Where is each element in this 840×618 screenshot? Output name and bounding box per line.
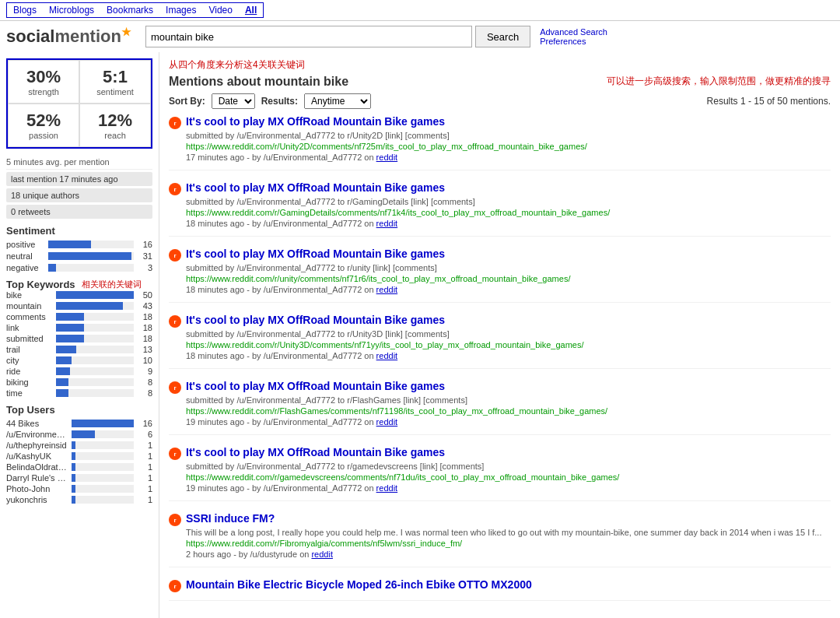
result-url[interactable]: https://www.reddit.com/r/FlashGames/comm… — [186, 406, 831, 416]
keyword-count: 18 — [137, 334, 152, 343]
result-time: 19 minutes ago - by /u/Environmental_Ad7… — [186, 483, 831, 493]
sentiment-positive-bar — [48, 241, 91, 248]
keyword-label: link — [6, 323, 53, 332]
nav-microblogs[interactable]: Microblogs — [43, 3, 100, 17]
keyword-bar — [56, 356, 72, 364]
keyword-count: 13 — [137, 345, 152, 354]
user-bar-bg — [72, 485, 134, 493]
result-title-link[interactable]: It's cool to play MX OffRoad Mountain Bi… — [186, 446, 445, 458]
keyword-bar — [56, 378, 68, 386]
sentiment-negative-bar-bg — [48, 264, 134, 272]
keyword-bar-bg — [56, 335, 134, 342]
result-source-link[interactable]: reddit — [376, 483, 398, 493]
result-source-link[interactable]: reddit — [311, 550, 333, 559]
result-source-link[interactable]: reddit — [376, 219, 398, 228]
stat-sentiment-label: sentiment — [83, 87, 147, 97]
keyword-bar-bg — [56, 389, 134, 397]
user-count: 16 — [137, 419, 152, 428]
top-keywords-title: Top Keywords — [6, 279, 75, 290]
hint-text-2: 可以进一步高级搜索，输入限制范围，做更精准的搜寻 — [607, 75, 831, 88]
result-source-link[interactable]: reddit — [376, 153, 398, 162]
result-meta: submitted by /u/Environmental_Ad7772 to … — [186, 263, 831, 272]
result-title-link[interactable]: Mountain Bike Electric Bicycle Moped 26-… — [186, 578, 532, 591]
search-button[interactable]: Search — [475, 26, 530, 47]
search-input[interactable] — [145, 26, 472, 47]
nav-all[interactable]: All — [239, 3, 263, 17]
keyword-label: mountain — [6, 301, 53, 311]
keyword-label: time — [6, 388, 53, 398]
stat-strength-label: strength — [12, 87, 75, 97]
user-row: /u/thephyreinsid 1 — [6, 441, 152, 450]
keyword-bar-bg — [56, 356, 134, 364]
main-layout: 30% strength 5:1 sentiment 52% passion 1… — [0, 52, 840, 618]
user-bar — [72, 441, 75, 449]
nav-blogs[interactable]: Blogs — [7, 3, 43, 17]
stat-passion: 52% passion — [8, 104, 79, 147]
user-label: BelindaOldratPh — [6, 462, 68, 472]
result-header: r It's cool to play MX OffRoad Mountain … — [169, 115, 831, 129]
result-item: r It's cool to play MX OffRoad Mountain … — [169, 314, 831, 369]
keyword-count: 10 — [137, 356, 152, 365]
user-row: Photo-John 1 — [6, 484, 152, 493]
top-keywords-hint: 相关联的关键词 — [82, 279, 142, 290]
advanced-search-link[interactable]: Advanced Search — [540, 27, 607, 37]
result-url[interactable]: https://www.reddit.com/r/Fibromyalgia/co… — [186, 539, 831, 548]
sentiment-negative-bar — [48, 264, 56, 272]
stat-reach: 12% reach — [79, 104, 151, 147]
result-title-link[interactable]: It's cool to play MX OffRoad Mountain Bi… — [186, 380, 445, 392]
result-item: r SSRI induce FM? This will be a long po… — [169, 512, 831, 567]
keyword-bar-bg — [56, 291, 134, 299]
result-url[interactable]: https://www.reddit.com/r/unity/comments/… — [186, 274, 831, 283]
nav-bookmarks[interactable]: Bookmarks — [100, 3, 159, 17]
content-area: 从四个角度来分析这4关联关键词 Mentions about mountain … — [159, 52, 840, 618]
result-item: r It's cool to play MX OffRoad Mountain … — [169, 248, 831, 303]
logo-mention: mention — [54, 27, 121, 47]
user-bar — [72, 474, 75, 482]
results-count: Results 1 - 15 of 50 mentions. — [707, 96, 831, 107]
results-label: Results: — [261, 96, 298, 107]
result-title-link[interactable]: It's cool to play MX OffRoad Mountain Bi… — [186, 181, 445, 194]
result-url[interactable]: https://www.reddit.com/r/Unity3D/comment… — [186, 340, 831, 349]
result-source-icon: r — [169, 117, 181, 129]
result-item: r It's cool to play MX OffRoad Mountain … — [169, 380, 831, 435]
sentiment-neutral-row: neutral 31 — [6, 251, 152, 261]
header: socialmention★ Search Advanced Search Pr… — [0, 21, 840, 52]
keyword-count: 43 — [137, 301, 152, 311]
sentiment-positive-label: positive — [6, 240, 45, 249]
preferences-link[interactable]: Preferences — [540, 37, 607, 46]
result-source-link[interactable]: reddit — [376, 351, 398, 360]
content-title: Mentions about mountain bike — [169, 75, 348, 89]
result-meta: submitted by /u/Environmental_Ad7772 to … — [186, 462, 831, 471]
sort-by-select[interactable]: Date Top — [212, 93, 255, 109]
keyword-bar-bg — [56, 302, 134, 310]
result-url[interactable]: https://www.reddit.com/r/Unity2D/comment… — [186, 142, 831, 151]
keyword-bar — [56, 324, 84, 332]
result-url[interactable]: https://www.reddit.com/r/GamingDetails/c… — [186, 208, 831, 217]
user-label: /u/Environmental — [6, 430, 68, 439]
result-source-link[interactable]: reddit — [376, 285, 398, 294]
result-header: r It's cool to play MX OffRoad Mountain … — [169, 446, 831, 460]
result-item: r It's cool to play MX OffRoad Mountain … — [169, 446, 831, 501]
keyword-label: bike — [6, 290, 53, 300]
result-title-link[interactable]: It's cool to play MX OffRoad Mountain Bi… — [186, 314, 445, 326]
keywords-list: bike 50 mountain 43 comments 18 link 18 … — [6, 290, 152, 398]
sentiment-negative-row: negative 3 — [6, 263, 152, 272]
result-time: 18 minutes ago - by /u/Environmental_Ad7… — [186, 351, 831, 360]
keyword-bar-bg — [56, 346, 134, 353]
keyword-bar-bg — [56, 367, 134, 375]
keyword-label: submitted — [6, 334, 53, 343]
user-label: 44 Bikes — [6, 419, 68, 428]
result-title-link[interactable]: SSRI induce FM? — [186, 512, 275, 525]
results-select[interactable]: Anytime Past hour Past day Past week — [304, 93, 371, 109]
logo-star: ★ — [121, 26, 131, 38]
nav-video[interactable]: Video — [202, 3, 238, 17]
user-count: 6 — [137, 430, 152, 439]
user-bar-bg — [72, 441, 134, 449]
nav-images[interactable]: Images — [159, 3, 202, 17]
result-url[interactable]: https://www.reddit.com/r/gamedevscreens/… — [186, 472, 831, 482]
result-title-link[interactable]: It's cool to play MX OffRoad Mountain Bi… — [186, 248, 445, 260]
sentiment-title: Sentiment — [6, 225, 152, 237]
result-title-link[interactable]: It's cool to play MX OffRoad Mountain Bi… — [186, 115, 445, 128]
keyword-count: 8 — [137, 388, 152, 398]
result-source-link[interactable]: reddit — [376, 417, 398, 427]
